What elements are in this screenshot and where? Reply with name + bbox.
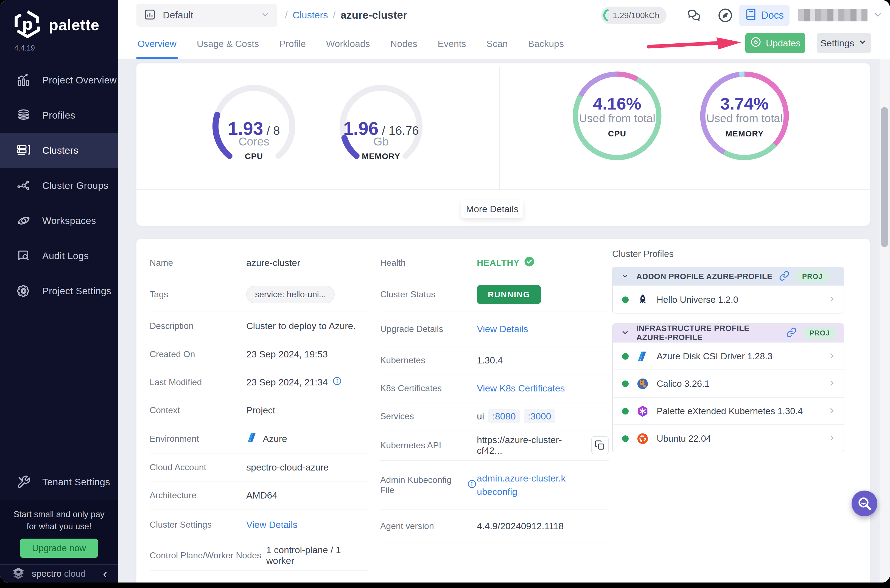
chevron-right-icon <box>827 406 836 416</box>
sidebar-item-project-overview[interactable]: Project Overview <box>0 63 118 98</box>
server-icon <box>16 143 31 158</box>
view-k8s-certificates-link[interactable]: View K8s Certificates <box>477 383 565 394</box>
chevron-down-icon[interactable] <box>620 271 630 282</box>
footer-brand: spectro cloud <box>32 568 86 579</box>
breadcrumb: / Clusters / azure-cluster <box>285 0 407 30</box>
service-port-3000-link[interactable]: :3000 <box>524 409 555 423</box>
view-details-link[interactable]: View Details <box>246 519 297 530</box>
collapse-sidebar-icon[interactable]: ‹ <box>103 567 107 580</box>
updates-button[interactable]: Updates <box>745 33 805 53</box>
tab-backups[interactable]: Backups <box>527 30 565 59</box>
chevron-right-icon <box>827 378 836 389</box>
orbit-icon <box>16 213 31 228</box>
tab-nodes[interactable]: Nodes <box>389 30 419 59</box>
tab-workloads[interactable]: Workloads <box>325 30 371 59</box>
sidebar-item-label: Clusters <box>42 145 78 156</box>
scrollbar-track[interactable] <box>879 59 890 582</box>
chevron-down-icon <box>260 10 270 21</box>
page-title: azure-cluster <box>341 9 407 21</box>
link-icon[interactable] <box>779 271 789 282</box>
upgrade-view-details-link[interactable]: View Details <box>477 324 528 334</box>
chevron-down-icon[interactable] <box>620 328 630 338</box>
settings-button[interactable]: Settings <box>817 33 871 53</box>
gear-icon <box>16 283 31 298</box>
usage-credits-value: 1.29/100kCh <box>613 11 659 20</box>
sidebar-item-project-settings[interactable]: Project Settings <box>0 273 118 309</box>
sidebar-item-label: Workspaces <box>42 215 96 226</box>
molecule-icon <box>16 178 31 193</box>
tab-usage-costs[interactable]: Usage & Costs <box>196 30 260 59</box>
tab-profile[interactable]: Profile <box>278 30 307 59</box>
vertical-divider <box>499 67 500 189</box>
more-details-button[interactable]: More Details <box>461 200 523 218</box>
cpu-percent-value: 4.16% <box>570 94 664 113</box>
info-icon[interactable] <box>332 376 342 388</box>
tab-overview[interactable]: Overview <box>137 30 178 59</box>
sidebar-item-clusters[interactable]: Clusters <box>0 133 118 168</box>
sidebar-item-audit-logs[interactable]: Audit Logs <box>0 238 118 273</box>
tag-pill[interactable]: service: hello-uni... <box>246 286 335 303</box>
detail-row-cluster-settings: Cluster Settings View Details <box>150 510 369 540</box>
detail-row-services: Services ui :8080 :3000 <box>380 402 609 430</box>
book-icon <box>745 8 757 23</box>
infrastructure-profile-header[interactable]: INFRASTRUCTURE PROFILE AZURE-PROFILE PRO… <box>613 324 843 342</box>
service-port-8080-link[interactable]: :8080 <box>488 409 519 423</box>
profile-row-calico[interactable]: Calico 3.26.1 <box>613 369 843 397</box>
detail-row-description: Description Cluster to deploy to Azure. <box>150 312 369 340</box>
cpu-usage-donut: 4.16% Used from total CPU <box>570 69 664 162</box>
sidebar-item-cluster-groups[interactable]: Cluster Groups <box>0 168 118 203</box>
cluster-name-value: azure-cluster <box>246 258 300 268</box>
explore-compass-button[interactable] <box>716 6 735 25</box>
details-left-column: Name azure-cluster Tags service: hello-u… <box>150 249 369 571</box>
project-selector-dropdown[interactable]: Default <box>137 4 277 27</box>
profile-row-hello-universe[interactable]: Hello Universe 1.2.0 <box>613 285 843 313</box>
running-status-badge: RUNNING <box>477 285 541 304</box>
profile-row-azure-disk-csi[interactable]: Azure Disk CSI Driver 1.28.3 <box>613 342 843 369</box>
addon-profile-header[interactable]: ADDON PROFILE AZURE-PROFILE PROJ <box>613 267 843 285</box>
breadcrumb-separator: / <box>333 9 335 21</box>
detail-row-admin-kubeconfig: Admin Kubeconfig File admin.azure-cluste… <box>380 460 609 510</box>
sidebar-nav: Project Overview Profiles Clusters Clust… <box>0 63 118 309</box>
project-selector-value: Default <box>163 10 193 21</box>
copy-icon[interactable] <box>591 436 609 454</box>
memory-unit-label: Gb <box>335 135 428 148</box>
addon-profile-card: ADDON PROFILE AZURE-PROFILE PROJ Hello U… <box>612 267 844 314</box>
info-icon[interactable] <box>467 479 477 491</box>
docs-button[interactable]: Docs <box>739 5 789 26</box>
detail-row-kubernetes: Kubernetes 1.30.4 <box>380 346 609 374</box>
sidebar-item-profiles[interactable]: Profiles <box>0 98 118 133</box>
tab-events[interactable]: Events <box>437 30 467 59</box>
breadcrumb-clusters-link[interactable]: Clusters <box>293 10 328 21</box>
memory-percent-label: Used from total <box>687 112 802 125</box>
scrollbar-thumb[interactable] <box>881 107 888 247</box>
svg-text:p: p <box>22 15 33 33</box>
profile-row-ubuntu[interactable]: Ubuntu 22.04 <box>613 424 843 452</box>
tools-icon <box>16 474 31 490</box>
breadcrumb-separator: / <box>285 9 288 21</box>
sidebar-item-workspaces[interactable]: Workspaces <box>0 203 118 238</box>
admin-kubeconfig-link[interactable]: admin.azure-cluster.kubeconfig <box>477 472 570 499</box>
user-chevron-down-icon[interactable] <box>872 9 883 21</box>
usage-credits-pill[interactable]: 1.29/100kCh <box>601 7 666 24</box>
chevron-right-icon <box>827 294 836 305</box>
detail-row-last-modified: Last Modified 23 Sep 2024, 21:34 <box>150 368 369 396</box>
compass-icon <box>717 7 734 24</box>
cpu-percent-label: Used from total <box>560 112 675 125</box>
detail-row-name: Name azure-cluster <box>150 249 369 277</box>
updates-label: Updates <box>766 38 801 49</box>
search-fab-button[interactable] <box>852 490 877 516</box>
feedback-chat-button[interactable] <box>685 6 704 25</box>
tab-scan[interactable]: Scan <box>485 30 509 59</box>
upgrade-now-button[interactable]: Upgrade now <box>20 538 98 558</box>
link-icon[interactable] <box>786 327 797 339</box>
detail-row-cluster-status: Cluster Status RUNNING <box>380 277 609 312</box>
sidebar-item-tenant-settings[interactable]: Tenant Settings <box>0 465 118 500</box>
memory-donut-caption: MEMORY <box>698 129 791 138</box>
infrastructure-profile-card: INFRASTRUCTURE PROFILE AZURE-PROFILE PRO… <box>612 323 844 452</box>
top-bar: Default / Clusters / azure-cluster 1.29/… <box>118 0 890 59</box>
detail-row-architecture: Architecture AMD64 <box>150 482 369 510</box>
user-menu-redacted[interactable] <box>798 9 867 21</box>
cluster-profiles-heading: Cluster Profiles <box>612 249 844 259</box>
profile-row-palette-extended-kubernetes[interactable]: Palette eXtended Kubernetes 1.30.4 <box>613 397 843 424</box>
chart-icon <box>144 8 156 22</box>
